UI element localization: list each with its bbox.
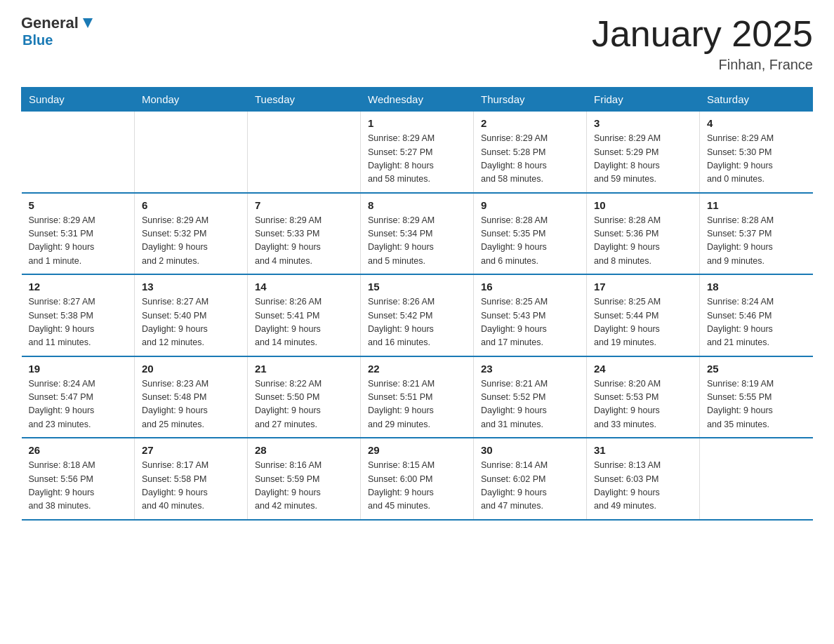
day-info: Sunrise: 8:15 AM Sunset: 6:00 PM Dayligh… [368,459,466,514]
day-info: Sunrise: 8:13 AM Sunset: 6:03 PM Dayligh… [594,459,692,514]
day-info: Sunrise: 8:26 AM Sunset: 5:42 PM Dayligh… [368,295,466,350]
empty-cell [248,112,361,193]
day-info: Sunrise: 8:27 AM Sunset: 5:38 PM Dayligh… [29,295,128,350]
calendar-week-row: 1Sunrise: 8:29 AM Sunset: 5:27 PM Daylig… [22,112,813,193]
calendar-day-cell: 12Sunrise: 8:27 AM Sunset: 5:38 PM Dayli… [22,274,135,356]
calendar-day-cell: 7Sunrise: 8:29 AM Sunset: 5:33 PM Daylig… [248,193,361,275]
day-info: Sunrise: 8:19 AM Sunset: 5:55 PM Dayligh… [707,377,806,432]
day-info: Sunrise: 8:24 AM Sunset: 5:47 PM Dayligh… [29,377,128,432]
day-info: Sunrise: 8:23 AM Sunset: 5:48 PM Dayligh… [142,377,240,432]
day-info: Sunrise: 8:28 AM Sunset: 5:37 PM Dayligh… [707,214,806,269]
day-number: 11 [707,199,806,211]
day-number: 27 [142,444,240,456]
header-thursday: Thursday [474,88,587,112]
day-info: Sunrise: 8:18 AM Sunset: 5:56 PM Dayligh… [29,459,128,514]
calendar-week-row: 12Sunrise: 8:27 AM Sunset: 5:38 PM Dayli… [22,274,813,356]
header-tuesday: Tuesday [248,88,361,112]
day-info: Sunrise: 8:22 AM Sunset: 5:50 PM Dayligh… [255,377,353,432]
day-number: 25 [707,363,806,375]
day-info: Sunrise: 8:14 AM Sunset: 6:02 PM Dayligh… [481,459,579,514]
calendar-day-cell: 2Sunrise: 8:29 AM Sunset: 5:28 PM Daylig… [474,112,587,193]
day-number: 19 [29,363,128,375]
day-info: Sunrise: 8:29 AM Sunset: 5:31 PM Dayligh… [29,214,128,269]
calendar-day-cell: 17Sunrise: 8:25 AM Sunset: 5:44 PM Dayli… [587,274,700,356]
day-number: 8 [368,199,466,211]
calendar-day-cell: 14Sunrise: 8:26 AM Sunset: 5:41 PM Dayli… [248,274,361,356]
day-info: Sunrise: 8:25 AM Sunset: 5:43 PM Dayligh… [481,295,579,350]
calendar-week-row: 5Sunrise: 8:29 AM Sunset: 5:31 PM Daylig… [22,193,813,275]
day-info: Sunrise: 8:29 AM Sunset: 5:27 PM Dayligh… [368,132,466,187]
header-monday: Monday [135,88,248,112]
day-number: 3 [594,117,692,129]
calendar-week-row: 26Sunrise: 8:18 AM Sunset: 5:56 PM Dayli… [22,438,813,520]
day-number: 13 [142,281,240,293]
logo-triangle-icon [80,15,95,31]
header-friday: Friday [587,88,700,112]
day-info: Sunrise: 8:17 AM Sunset: 5:58 PM Dayligh… [142,459,240,514]
header-saturday: Saturday [700,88,813,112]
calendar-day-cell: 27Sunrise: 8:17 AM Sunset: 5:58 PM Dayli… [135,438,248,520]
logo-general-text: General [21,14,79,32]
day-info: Sunrise: 8:21 AM Sunset: 5:52 PM Dayligh… [481,377,579,432]
day-info: Sunrise: 8:29 AM Sunset: 5:34 PM Dayligh… [368,214,466,269]
day-number: 30 [481,444,579,456]
day-info: Sunrise: 8:24 AM Sunset: 5:46 PM Dayligh… [707,295,806,350]
calendar-day-cell: 18Sunrise: 8:24 AM Sunset: 5:46 PM Dayli… [700,274,813,356]
calendar-day-cell: 31Sunrise: 8:13 AM Sunset: 6:03 PM Dayli… [587,438,700,520]
header-sunday: Sunday [22,88,135,112]
calendar-day-cell: 30Sunrise: 8:14 AM Sunset: 6:02 PM Dayli… [474,438,587,520]
calendar-day-cell: 29Sunrise: 8:15 AM Sunset: 6:00 PM Dayli… [361,438,474,520]
empty-cell [135,112,248,193]
page-header: General Blue January 2025 Finhan, France [21,14,813,73]
calendar-day-cell: 19Sunrise: 8:24 AM Sunset: 5:47 PM Dayli… [22,356,135,438]
day-info: Sunrise: 8:21 AM Sunset: 5:51 PM Dayligh… [368,377,466,432]
calendar-day-cell: 22Sunrise: 8:21 AM Sunset: 5:51 PM Dayli… [361,356,474,438]
day-info: Sunrise: 8:28 AM Sunset: 5:36 PM Dayligh… [594,214,692,269]
day-number: 28 [255,444,353,456]
calendar-day-cell: 5Sunrise: 8:29 AM Sunset: 5:31 PM Daylig… [22,193,135,275]
day-info: Sunrise: 8:29 AM Sunset: 5:29 PM Dayligh… [594,132,692,187]
calendar-day-cell: 6Sunrise: 8:29 AM Sunset: 5:32 PM Daylig… [135,193,248,275]
day-info: Sunrise: 8:25 AM Sunset: 5:44 PM Dayligh… [594,295,692,350]
calendar-day-cell: 13Sunrise: 8:27 AM Sunset: 5:40 PM Dayli… [135,274,248,356]
day-number: 22 [368,363,466,375]
day-number: 23 [481,363,579,375]
day-number: 31 [594,444,692,456]
day-number: 12 [29,281,128,293]
calendar-header-row: SundayMondayTuesdayWednesdayThursdayFrid… [22,88,813,112]
day-info: Sunrise: 8:26 AM Sunset: 5:41 PM Dayligh… [255,295,353,350]
calendar-day-cell: 4Sunrise: 8:29 AM Sunset: 5:30 PM Daylig… [700,112,813,193]
day-number: 16 [481,281,579,293]
empty-cell [700,438,813,520]
logo: General Blue [21,14,95,48]
calendar-day-cell: 26Sunrise: 8:18 AM Sunset: 5:56 PM Dayli… [22,438,135,520]
day-info: Sunrise: 8:29 AM Sunset: 5:30 PM Dayligh… [707,132,806,187]
calendar-day-cell: 8Sunrise: 8:29 AM Sunset: 5:34 PM Daylig… [361,193,474,275]
day-number: 21 [255,363,353,375]
day-number: 5 [29,199,128,211]
day-info: Sunrise: 8:16 AM Sunset: 5:59 PM Dayligh… [255,459,353,514]
calendar-week-row: 19Sunrise: 8:24 AM Sunset: 5:47 PM Dayli… [22,356,813,438]
calendar-day-cell: 15Sunrise: 8:26 AM Sunset: 5:42 PM Dayli… [361,274,474,356]
empty-cell [22,112,135,193]
day-number: 20 [142,363,240,375]
day-number: 15 [368,281,466,293]
day-number: 18 [707,281,806,293]
day-number: 24 [594,363,692,375]
day-number: 2 [481,117,579,129]
day-info: Sunrise: 8:27 AM Sunset: 5:40 PM Dayligh… [142,295,240,350]
calendar-title: January 2025 [592,14,813,54]
calendar-table: SundayMondayTuesdayWednesdayThursdayFrid… [21,87,813,521]
calendar-day-cell: 16Sunrise: 8:25 AM Sunset: 5:43 PM Dayli… [474,274,587,356]
calendar-day-cell: 23Sunrise: 8:21 AM Sunset: 5:52 PM Dayli… [474,356,587,438]
calendar-day-cell: 20Sunrise: 8:23 AM Sunset: 5:48 PM Dayli… [135,356,248,438]
day-number: 9 [481,199,579,211]
header-wednesday: Wednesday [361,88,474,112]
day-number: 7 [255,199,353,211]
calendar-day-cell: 21Sunrise: 8:22 AM Sunset: 5:50 PM Dayli… [248,356,361,438]
calendar-day-cell: 28Sunrise: 8:16 AM Sunset: 5:59 PM Dayli… [248,438,361,520]
day-number: 29 [368,444,466,456]
day-number: 4 [707,117,806,129]
day-number: 10 [594,199,692,211]
calendar-day-cell: 10Sunrise: 8:28 AM Sunset: 5:36 PM Dayli… [587,193,700,275]
